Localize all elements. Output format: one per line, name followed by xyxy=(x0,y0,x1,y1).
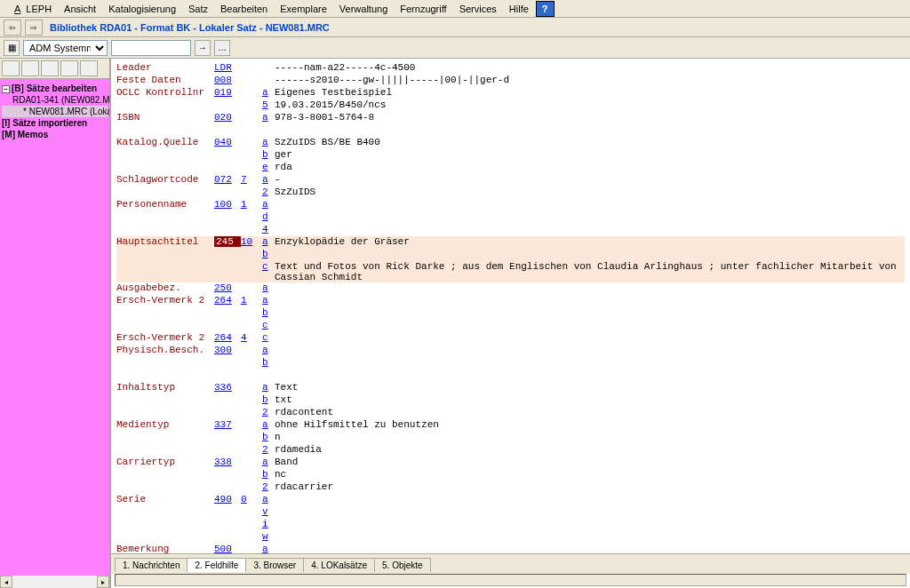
marc-row[interactable]: Feste Daten008------s2010----gw-|||||---… xyxy=(116,75,905,87)
subfield-code[interactable]: 5 xyxy=(262,99,275,110)
subfield-code[interactable]: a xyxy=(262,419,275,430)
field-value[interactable]: ohne Hilfsmittel zu benutzen xyxy=(275,419,905,430)
subfield-code[interactable]: a xyxy=(262,494,275,505)
subfield-code[interactable]: b xyxy=(262,149,275,160)
subfield-code[interactable]: a xyxy=(262,457,275,467)
field-value[interactable]: - xyxy=(275,174,905,185)
bottom-tab[interactable]: 5. Objekte xyxy=(374,558,431,572)
field-indicator[interactable]: 4 xyxy=(241,332,262,343)
search-more-button[interactable]: … xyxy=(214,40,230,56)
field-tag-link[interactable]: 264 xyxy=(214,332,241,343)
help-icon[interactable]: ? xyxy=(536,1,555,17)
marc-row[interactable]: Physisch.Besch.300a xyxy=(116,345,905,357)
marc-row[interactable]: 4 xyxy=(116,224,905,236)
menu-hilfe[interactable]: Hilfe xyxy=(504,2,534,16)
subfield-code[interactable]: a xyxy=(262,87,275,98)
subfield-code[interactable]: 2 xyxy=(262,481,275,492)
field-indicator[interactable]: 1 xyxy=(241,199,262,210)
field-value[interactable]: Eigenes Testbeispiel xyxy=(275,87,905,98)
marc-row[interactable]: b xyxy=(116,357,905,369)
scroll-left-icon[interactable]: ◂ xyxy=(0,576,12,588)
marc-row[interactable]: OCLC Kontrollnr019aEigenes Testbeispiel xyxy=(116,87,905,99)
subfield-code[interactable]: b xyxy=(262,357,275,368)
menu-katalogisierung[interactable]: Katalogisierung xyxy=(103,2,181,16)
field-tag-link[interactable]: 072 xyxy=(214,174,241,185)
search-input[interactable] xyxy=(111,40,191,56)
marc-row[interactable]: 2rdacarrier xyxy=(116,481,905,494)
marc-row[interactable]: Personenname1001a xyxy=(116,199,905,211)
marc-row[interactable]: Hauptsachtitel24510aEnzyklopädie der Grä… xyxy=(116,236,905,249)
side-btn-3[interactable] xyxy=(41,60,59,76)
subfield-code[interactable]: 2 xyxy=(262,444,275,455)
field-tag-link[interactable]: LDR xyxy=(214,62,241,73)
bottom-tab[interactable]: 4. LOKalsätze xyxy=(303,558,375,572)
marc-row[interactable]: Inhaltstyp336aText xyxy=(116,382,905,394)
subfield-code[interactable]: 4 xyxy=(262,224,275,234)
menu-services[interactable]: Services xyxy=(454,2,502,16)
subfield-code[interactable]: a xyxy=(262,345,275,355)
subfield-code[interactable]: a xyxy=(262,282,275,293)
marc-row[interactable]: Ausgabebez.250a xyxy=(116,282,905,295)
subfield-code[interactable]: b xyxy=(262,432,275,442)
nav-forward-button[interactable]: ⇨ xyxy=(25,20,43,36)
tree-memos[interactable]: [M] Memos xyxy=(2,129,108,140)
field-tag-link[interactable]: 245 xyxy=(214,236,241,247)
marc-row[interactable]: Bemerkung500a xyxy=(116,544,905,553)
side-btn-4[interactable] xyxy=(60,60,78,76)
field-value[interactable]: nc xyxy=(275,469,905,480)
bottom-tab[interactable]: 2. Feldhilfe xyxy=(187,558,246,572)
nav-back-button[interactable]: ⇦ xyxy=(4,20,21,36)
subfield-code[interactable]: 2 xyxy=(262,407,275,417)
subfield-code[interactable]: c xyxy=(262,332,275,343)
subfield-code[interactable]: b xyxy=(262,307,275,318)
field-tag-link[interactable]: 337 xyxy=(214,419,241,430)
field-indicator[interactable]: 10 xyxy=(241,236,262,247)
field-value[interactable]: Text und Fotos von Rick Darke ; aus dem … xyxy=(275,261,905,282)
marc-row[interactable]: bger xyxy=(116,149,905,162)
marc-row[interactable]: Serie4900a xyxy=(116,494,905,506)
marc-row[interactable]: 2rdamedia xyxy=(116,444,905,457)
marc-row[interactable]: c xyxy=(116,320,905,332)
marc-row[interactable]: erda xyxy=(116,162,905,174)
tree-record-2[interactable]: * NEW081.MRC (Lokal) xyxy=(2,106,108,117)
marc-row[interactable]: 2SzZuIDS xyxy=(116,187,905,199)
field-value[interactable]: SzZuIDS xyxy=(275,187,905,197)
marc-row[interactable]: ISBN020a978-3-8001-5764-8 xyxy=(116,112,905,124)
field-tag-link[interactable]: 336 xyxy=(214,382,241,393)
tree-edit-records[interactable]: −[B] Sätze bearbeiten xyxy=(2,83,108,94)
subfield-code[interactable]: w xyxy=(262,531,275,542)
field-value[interactable]: 978-3-8001-5764-8 xyxy=(275,112,905,123)
field-value[interactable]: rdacontent xyxy=(275,407,905,417)
subfield-code[interactable]: a xyxy=(262,544,275,553)
subfield-code[interactable]: c xyxy=(262,261,275,272)
subfield-code[interactable]: c xyxy=(262,320,275,330)
field-value[interactable]: n xyxy=(275,432,905,442)
field-value[interactable]: rdamedia xyxy=(275,444,905,455)
mode-icon[interactable]: ▦ xyxy=(4,40,20,56)
menu-satz[interactable]: Satz xyxy=(183,2,213,16)
marc-row[interactable]: b xyxy=(116,307,905,320)
menu-bearbeiten[interactable]: Bearbeiten xyxy=(215,2,273,16)
marc-row[interactable]: Medientyp337aohne Hilfsmittel zu benutze… xyxy=(116,419,905,432)
search-type-dropdown[interactable]: ADM Systemnr. xyxy=(23,40,108,56)
field-tag-link[interactable]: 100 xyxy=(214,199,241,210)
marc-row[interactable]: Schlagwortcode0727a- xyxy=(116,174,905,187)
subfield-code[interactable]: a xyxy=(262,137,275,147)
scroll-right-icon[interactable]: ▸ xyxy=(97,576,109,588)
marc-row[interactable]: 519.03.2015/B450/ncs xyxy=(116,99,905,112)
subfield-code[interactable]: v xyxy=(262,506,275,517)
field-tag-link[interactable]: 019 xyxy=(214,87,241,98)
marc-row[interactable]: 2rdacontent xyxy=(116,407,905,419)
marc-row[interactable]: Carriertyp338aBand xyxy=(116,457,905,469)
field-value[interactable]: txt xyxy=(275,394,905,405)
bottom-tab[interactable]: 1. Nachrichten xyxy=(115,558,188,572)
menu-aleph[interactable]: ALEPH xyxy=(4,2,57,16)
field-value[interactable]: rda xyxy=(275,162,905,172)
marc-row[interactable]: bn xyxy=(116,432,905,444)
field-tag-link[interactable]: 338 xyxy=(214,457,241,467)
subfield-code[interactable]: a xyxy=(262,295,275,306)
menu-verwaltung[interactable]: Verwaltung xyxy=(334,2,393,16)
field-indicator[interactable]: 7 xyxy=(241,174,262,185)
field-value[interactable]: SzZuIDS BS/BE B400 xyxy=(275,137,905,147)
subfield-code[interactable]: b xyxy=(262,394,275,405)
